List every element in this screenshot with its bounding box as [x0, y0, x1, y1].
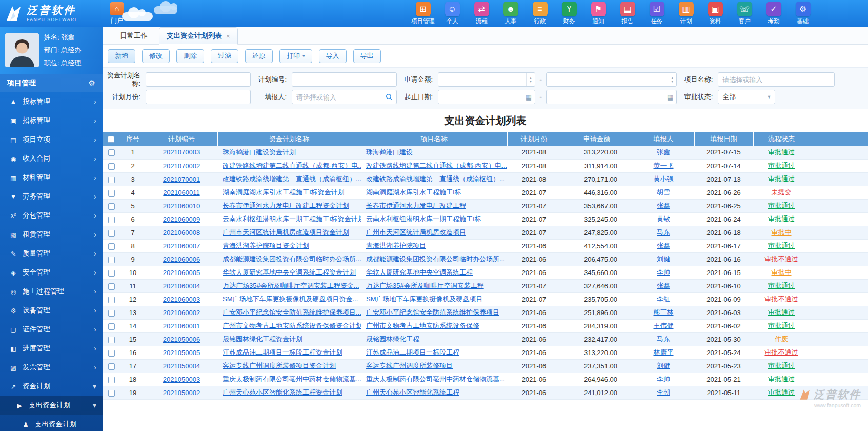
- add-button[interactable]: 新增: [108, 49, 135, 63]
- reporter-link[interactable]: 刘健: [633, 359, 694, 373]
- project-name-link[interactable]: SM广场地下车库更换摄像机及硬盘项目: [361, 292, 507, 306]
- plan-name-link[interactable]: 青海洪湖养护院项目资金计划: [217, 239, 361, 252]
- project-name-link[interactable]: 万达广场35#会所及咖啡厅空调安装工程: [361, 279, 507, 292]
- status-link[interactable]: 审批通过: [753, 373, 810, 386]
- nav-item-docs[interactable]: ▣资料: [704, 2, 726, 25]
- plan-code-link[interactable]: 2021050003: [146, 373, 217, 386]
- plan-code-link[interactable]: 2021060007: [146, 239, 217, 252]
- sidebar-item-income-contract[interactable]: ◉收入合同›: [0, 149, 103, 168]
- project-name-link[interactable]: 珠海鹤港口建设: [361, 146, 507, 159]
- plan-code-link[interactable]: 2021060004: [146, 279, 217, 292]
- amount-min-input[interactable]: [442, 76, 526, 84]
- sidebar-item-project-initiation[interactable]: ▤项目立项›: [0, 130, 103, 149]
- sidebar-item-expense-fund-plan-sub[interactable]: ♟支出资金计划: [0, 415, 103, 431]
- row-checkbox[interactable]: [108, 230, 115, 237]
- reporter-link[interactable]: 林康平: [633, 346, 694, 359]
- filter-button[interactable]: 过滤: [211, 49, 238, 63]
- sidebar-item-certificate[interactable]: ▢证件管理›: [0, 320, 103, 339]
- row-checkbox[interactable]: [108, 377, 115, 383]
- row-checkbox[interactable]: [108, 323, 115, 330]
- calendar-icon[interactable]: ▦: [667, 93, 673, 101]
- plan-code-link[interactable]: 2021060010: [146, 199, 217, 212]
- nav-item-personal[interactable]: ☺个人: [441, 2, 463, 25]
- plan-name-link[interactable]: 重庆太极制药有限公司亳州中药材仓储物流基...: [217, 373, 361, 386]
- import-button[interactable]: 导入: [319, 49, 347, 63]
- tab-expense-fund-plan-list[interactable]: 支出资金计划列表×: [159, 27, 238, 45]
- plan-code-link[interactable]: 2021060001: [146, 319, 217, 332]
- nav-item-hr[interactable]: ☻人事: [500, 2, 521, 25]
- nav-item-finance[interactable]: ¥财务: [558, 2, 580, 25]
- sidebar-item-material[interactable]: ▦材料管理›: [0, 168, 103, 187]
- plan-no-input[interactable]: [296, 76, 396, 84]
- plan-name-link[interactable]: 改建铁路成渝线增建第二直通线（成渝枢纽）...: [217, 172, 361, 186]
- nav-item-workflow[interactable]: ⇄流程: [471, 2, 492, 25]
- nav-item-notice[interactable]: ⚑通知: [588, 2, 609, 25]
- row-checkbox[interactable]: [108, 257, 115, 263]
- nav-item-attendance[interactable]: ✓考勤: [763, 2, 784, 25]
- project-name-link[interactable]: 湖南洞庭湖水库引水工程施工I标: [361, 186, 507, 199]
- project-name-input[interactable]: [722, 76, 834, 84]
- plan-month-input[interactable]: [150, 93, 250, 101]
- date-start-input[interactable]: [442, 93, 523, 101]
- plan-name-link[interactable]: 万达广场35#会所及咖啡厅空调安装工程资金...: [217, 279, 361, 292]
- portal-button[interactable]: ⌂ 门户: [110, 2, 124, 25]
- row-checkbox[interactable]: [108, 337, 115, 343]
- plan-code-link[interactable]: 2021070001: [146, 172, 217, 186]
- status-link[interactable]: 审批通过: [753, 319, 810, 332]
- plan-code-link[interactable]: 2021050005: [146, 346, 217, 359]
- approval-status-select[interactable]: 全部 ▼: [718, 90, 775, 104]
- reporter-link[interactable]: 黄敏: [633, 212, 694, 226]
- reporter-link[interactable]: 王伟健: [633, 319, 694, 332]
- plan-name-input[interactable]: [150, 76, 250, 84]
- status-link[interactable]: 审批通过: [753, 146, 810, 159]
- plan-name-link[interactable]: 湖南洞庭湖水库引水工程施工I标资金计划: [217, 186, 361, 199]
- status-link[interactable]: 作废: [753, 332, 810, 346]
- nav-item-base[interactable]: ⚙基础: [792, 2, 814, 25]
- project-name-link[interactable]: 广州天心苑小区智能化系统工程: [361, 386, 507, 399]
- gear-icon[interactable]: ⚙: [89, 79, 95, 88]
- plan-code-link[interactable]: 2021060008: [146, 226, 217, 239]
- row-checkbox[interactable]: [108, 363, 115, 370]
- row-checkbox[interactable]: [108, 217, 115, 223]
- sidebar-item-tendering[interactable]: ▣招标管理›: [0, 111, 103, 130]
- sidebar-item-equipment[interactable]: ⚙设备管理›: [0, 301, 103, 320]
- plan-name-link[interactable]: 云南水利枢纽潜明水库一期工程施工I标资金计划: [217, 212, 361, 226]
- print-button[interactable]: 打印▾: [279, 49, 312, 63]
- sidebar-item-lease[interactable]: ▧租赁管理›: [0, 225, 103, 244]
- plan-code-link[interactable]: 2021050002: [146, 386, 217, 399]
- reporter-link[interactable]: 李朝: [633, 386, 694, 399]
- tab-daily-work[interactable]: 日常工作: [113, 28, 155, 44]
- plan-code-link[interactable]: 2021060003: [146, 292, 217, 306]
- search-icon[interactable]: [386, 93, 393, 101]
- plan-code-link[interactable]: 2021060005: [146, 266, 217, 279]
- row-checkbox[interactable]: [108, 177, 115, 183]
- plan-name-link[interactable]: 华软大厦研究基地中央空调系统工程资金计划: [217, 266, 361, 279]
- nav-item-customer[interactable]: ☏客户: [734, 2, 755, 25]
- sidebar-item-expense-fund-plan[interactable]: ▶支出资金计划▾: [0, 396, 103, 415]
- plan-code-link[interactable]: 2021050004: [146, 359, 217, 373]
- plan-code-link[interactable]: 2021050006: [146, 332, 217, 346]
- plan-name-link[interactable]: 晟铭园林绿化工程资金计划: [217, 332, 361, 346]
- sidebar-item-progress[interactable]: ◧进度管理›: [0, 339, 103, 358]
- status-link[interactable]: 审批通过: [753, 279, 810, 292]
- nav-item-project-mgmt[interactable]: ⊞项目管理: [412, 2, 434, 25]
- project-name-link[interactable]: 云南水利枢纽潜明水库一期工程施工I标: [361, 212, 507, 226]
- project-name-link[interactable]: 广州市文物考古工地安防系统设备保修: [361, 319, 507, 332]
- row-checkbox[interactable]: [108, 243, 115, 250]
- plan-code-link[interactable]: 2021060009: [146, 212, 217, 226]
- delete-button[interactable]: 删除: [176, 49, 204, 63]
- sidebar-item-bidding[interactable]: ▲投标管理›: [0, 92, 103, 111]
- reporter-link[interactable]: 黄一飞: [633, 159, 694, 172]
- reporter-link[interactable]: 张鑫: [633, 146, 694, 159]
- plan-code-link[interactable]: 2021060002: [146, 306, 217, 319]
- plan-name-link[interactable]: 广安邓小平纪念馆安全防范系统维护保养项目...: [217, 306, 361, 319]
- reporter-link[interactable]: 张鑫: [633, 199, 694, 212]
- number-spinner-icon[interactable]: ▲▼: [526, 73, 535, 86]
- status-link[interactable]: 审批中: [753, 226, 810, 239]
- row-checkbox[interactable]: [108, 149, 115, 156]
- project-name-link[interactable]: 江苏成品油二期项目一标段工程: [361, 346, 507, 359]
- sidebar-item-subcontract[interactable]: x²分包管理›: [0, 206, 103, 225]
- reporter-link[interactable]: 李红: [633, 292, 694, 306]
- status-link[interactable]: 审批通过: [753, 239, 810, 252]
- status-link[interactable]: 审批不通过: [753, 292, 810, 306]
